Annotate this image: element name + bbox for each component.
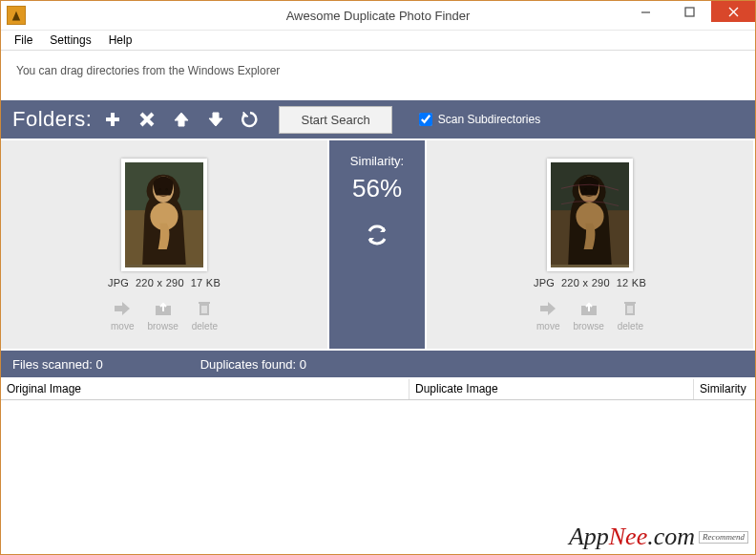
swap-button[interactable] bbox=[365, 223, 389, 250]
close-button[interactable] bbox=[711, 1, 755, 22]
maximize-button[interactable] bbox=[667, 1, 711, 22]
left-move-button[interactable]: move bbox=[111, 298, 134, 331]
left-browse-button[interactable]: browse bbox=[147, 298, 178, 331]
svg-rect-10 bbox=[199, 302, 210, 304]
scan-subdirectories-checkbox[interactable]: Scan Subdirectories bbox=[419, 113, 540, 126]
left-delete-button[interactable]: delete bbox=[192, 298, 218, 331]
remove-folder-button[interactable] bbox=[134, 106, 160, 133]
right-delete-button[interactable]: delete bbox=[618, 298, 643, 331]
similarity-panel: Similarity: 56% bbox=[327, 140, 427, 349]
folder-up-icon bbox=[578, 298, 599, 319]
right-move-button[interactable]: move bbox=[536, 298, 559, 331]
similarity-value: 56% bbox=[352, 174, 402, 203]
col-similarity[interactable]: Similarity bbox=[694, 379, 755, 399]
svg-point-6 bbox=[158, 188, 160, 190]
arrow-right-icon bbox=[537, 298, 558, 319]
menu-help[interactable]: Help bbox=[101, 32, 140, 49]
folder-up-icon bbox=[153, 298, 174, 319]
title-bar: Awesome Duplicate Photo Finder bbox=[1, 1, 755, 30]
panel-divider bbox=[753, 140, 755, 349]
trash-icon bbox=[620, 298, 640, 319]
move-up-button[interactable] bbox=[168, 106, 195, 133]
col-original[interactable]: Original Image bbox=[1, 379, 410, 399]
svg-rect-22 bbox=[624, 302, 636, 304]
results-table-header: Original Image Duplicate Image Similarit… bbox=[1, 379, 755, 400]
folders-toolbar: Folders: Start Search Scan Subdirectorie… bbox=[1, 98, 755, 140]
col-duplicate[interactable]: Duplicate Image bbox=[410, 379, 694, 399]
trash-icon bbox=[194, 298, 215, 319]
drop-zone[interactable]: You can drag directories from the Window… bbox=[1, 51, 755, 98]
compare-area: JPG 220 x 290 17 KB move browse delete S… bbox=[1, 140, 755, 351]
add-folder-button[interactable] bbox=[99, 106, 126, 133]
left-thumbnail[interactable] bbox=[121, 159, 207, 271]
right-browse-button[interactable]: browse bbox=[573, 298, 603, 331]
right-panel: JPG 220 x 290 12 KB move browse delete bbox=[427, 140, 753, 349]
results-table-body bbox=[1, 400, 755, 496]
similarity-label: Similarity: bbox=[350, 154, 404, 168]
move-down-button[interactable] bbox=[202, 106, 229, 133]
arrow-right-icon bbox=[112, 298, 133, 319]
right-meta: JPG 220 x 290 12 KB bbox=[534, 277, 646, 288]
status-bar: Files scanned: 0 Duplicates found: 0 bbox=[1, 351, 755, 379]
svg-point-19 bbox=[592, 188, 594, 190]
svg-rect-1 bbox=[685, 8, 694, 16]
reset-button[interactable] bbox=[237, 106, 263, 133]
duplicates-found: Duplicates found: 0 bbox=[200, 357, 306, 372]
folders-label: Folders: bbox=[12, 107, 92, 132]
menu-bar: File Settings Help bbox=[1, 30, 755, 51]
scan-subdirectories-label: Scan Subdirectories bbox=[438, 113, 540, 126]
svg-point-18 bbox=[584, 188, 586, 190]
app-icon bbox=[7, 6, 26, 25]
menu-file[interactable]: File bbox=[7, 32, 40, 49]
svg-point-7 bbox=[166, 188, 168, 190]
start-search-button[interactable]: Start Search bbox=[279, 106, 391, 134]
minimize-button[interactable] bbox=[623, 1, 667, 22]
left-meta: JPG 220 x 290 17 KB bbox=[108, 277, 220, 288]
watermark: AppNee.com Recommend bbox=[569, 524, 748, 549]
scan-subdirectories-input[interactable] bbox=[419, 113, 432, 126]
files-scanned: Files scanned: 0 bbox=[12, 357, 103, 372]
right-thumbnail[interactable] bbox=[547, 159, 633, 271]
left-panel: JPG 220 x 290 17 KB move browse delete bbox=[1, 140, 327, 349]
menu-settings[interactable]: Settings bbox=[42, 32, 98, 49]
drop-zone-hint: You can drag directories from the Window… bbox=[16, 64, 280, 77]
